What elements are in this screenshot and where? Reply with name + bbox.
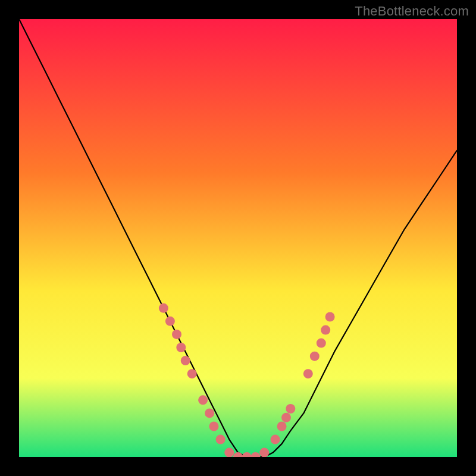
data-point (165, 317, 175, 326)
data-point (286, 404, 295, 414)
data-point (271, 435, 280, 444)
data-point (224, 448, 234, 457)
data-point (205, 408, 214, 418)
data-point (321, 325, 330, 335)
chart-area (19, 19, 457, 457)
data-point (310, 352, 320, 361)
chart-svg (19, 19, 457, 457)
data-point (281, 413, 291, 422)
data-point (181, 356, 190, 365)
data-point (159, 303, 168, 313)
data-point (216, 435, 226, 444)
data-point (172, 330, 181, 339)
data-point (259, 448, 269, 457)
gradient-background (19, 19, 457, 457)
data-point (317, 339, 326, 348)
data-point (198, 395, 208, 405)
data-point (325, 312, 335, 322)
data-point (176, 343, 186, 352)
data-point (209, 422, 219, 431)
data-point (187, 369, 197, 378)
data-point (277, 422, 287, 431)
watermark-text: TheBottleneck.com (355, 4, 469, 19)
data-point (303, 369, 313, 378)
